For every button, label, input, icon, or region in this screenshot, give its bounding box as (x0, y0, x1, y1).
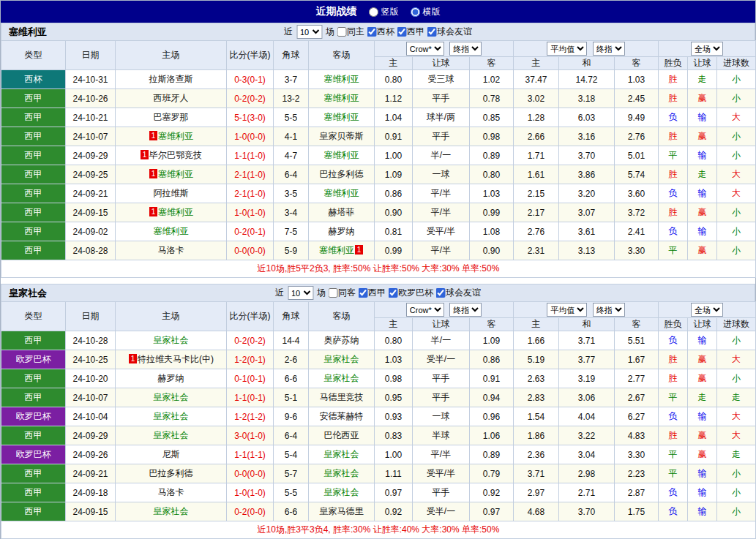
away-team-cell: 安德莱赫特 (309, 407, 375, 426)
avg-stage-select[interactable]: 终指 (593, 303, 625, 317)
team-link[interactable]: 巴拉多利德 (149, 468, 193, 478)
team-link[interactable]: 赫塔菲 (329, 207, 355, 217)
same-venue-option[interactable]: 同客 (328, 287, 356, 299)
team-link[interactable]: 拉斯洛查斯 (149, 74, 193, 84)
filter-controls: 近 10 场 同客 西甲 欧罗巴杯 球会友谊 (275, 286, 481, 300)
team-link[interactable]: 皇家社会 (324, 373, 359, 383)
league-filter-laliga[interactable]: 西甲 (358, 287, 386, 299)
team-link[interactable]: 皇家社会 (324, 468, 359, 478)
team-link[interactable]: 皇家社会 (324, 487, 359, 497)
team-link[interactable]: 塞维利亚 (324, 112, 359, 122)
copa-checkbox[interactable] (367, 27, 376, 37)
friendly-checkbox[interactable] (427, 27, 436, 37)
team-link[interactable]: 塞维利亚 (319, 245, 354, 255)
team-link[interactable]: 塞维利亚 (324, 188, 359, 198)
same-venue-label: 同主 (347, 26, 364, 38)
team-link[interactable]: 皇家马德里 (320, 506, 364, 516)
score-cell: 0-0(0-0) (227, 241, 274, 260)
odds-stage-select[interactable]: 终指 (449, 42, 482, 56)
league-filter-friendly[interactable]: 球会友谊 (435, 287, 481, 299)
scope-select[interactable]: 全场 (691, 303, 723, 317)
avg-odds-away: 2.77 (615, 369, 659, 388)
team-link[interactable]: 赫罗纳 (158, 373, 184, 383)
league-type-badge: 西甲 (1, 165, 66, 184)
average-select[interactable]: 平均值 (547, 303, 587, 317)
team-link[interactable]: 特拉维夫马卡比(中) (138, 354, 214, 364)
league-filter-copa[interactable]: 西杯 (367, 26, 394, 38)
same-venue-checkbox[interactable] (337, 27, 346, 37)
avg-stage-select[interactable]: 终指 (593, 42, 625, 56)
avg-odds-draw: 6.03 (559, 108, 615, 127)
team-link[interactable]: 巴拉多利德 (320, 169, 364, 179)
result-wdl: 平 (659, 464, 688, 483)
team-link[interactable]: 马洛卡 (158, 245, 184, 255)
result-wdl: 负 (659, 483, 688, 502)
horizontal-radio[interactable] (411, 7, 420, 17)
team-link[interactable]: 皇家社会 (324, 449, 359, 459)
avg-odds-draw: 3.20 (559, 184, 615, 203)
team-link[interactable]: 塞维利亚 (158, 207, 193, 217)
odds-away: 1.09 (470, 331, 514, 350)
avg-odds-away: 2.23 (615, 464, 659, 483)
team-link[interactable]: 毕尔巴鄂竞技 (149, 150, 202, 160)
vertical-radio[interactable] (369, 7, 378, 17)
recent-count-select[interactable]: 10 (296, 25, 322, 39)
team-link[interactable]: 皇家社会 (154, 506, 189, 516)
scope-select[interactable]: 全场 (691, 42, 723, 56)
team-link[interactable]: 塞维利亚 (154, 226, 189, 236)
team-link[interactable]: 皇家社会 (154, 392, 189, 402)
result-wdl: 负 (659, 331, 688, 350)
team-link[interactable]: 皇家社会 (154, 335, 189, 345)
team-link[interactable]: 奥萨苏纳 (324, 335, 359, 345)
odds-stage-select[interactable]: 终指 (449, 303, 482, 317)
europa-checkbox[interactable] (388, 288, 397, 298)
team-link[interactable]: 赫罗纳 (329, 226, 355, 236)
away-team-cell: 赫罗纳 (309, 222, 375, 241)
team-link[interactable]: 塞维利亚 (158, 131, 193, 141)
team-link[interactable]: 尼斯 (162, 449, 180, 459)
league-filter-laliga[interactable]: 西甲 (397, 26, 424, 38)
team-link[interactable]: 皇家社会 (324, 354, 359, 364)
laliga-checkbox[interactable] (358, 288, 367, 298)
team-link[interactable]: 马德里竞技 (320, 392, 364, 402)
team-title: 塞维利亚 (1, 26, 47, 39)
team-link[interactable]: 巴塞罗那 (154, 112, 189, 122)
team-link[interactable]: 塞维利亚 (324, 74, 359, 84)
team-link[interactable]: 塞维利亚 (324, 150, 359, 160)
team-link[interactable]: 安德莱赫特 (320, 411, 364, 421)
same-venue-checkbox[interactable] (328, 288, 337, 298)
team-link[interactable]: 皇家社会 (154, 411, 189, 421)
friendly-checkbox[interactable] (435, 288, 445, 298)
same-venue-option[interactable]: 同主 (337, 26, 364, 38)
odds-away: 0.96 (470, 407, 514, 426)
laliga-checkbox[interactable] (397, 27, 406, 37)
odds-home: 0.99 (375, 241, 413, 260)
team-link[interactable]: 西班牙人 (154, 93, 189, 103)
team-link[interactable]: 塞维利亚 (158, 169, 193, 179)
league-filter-europa[interactable]: 欧罗巴杯 (388, 287, 433, 299)
team-link[interactable]: 皇家贝蒂斯 (320, 131, 364, 141)
average-select[interactable]: 平均值 (547, 42, 587, 56)
odds-away: 1.08 (470, 222, 514, 241)
team-link[interactable]: 皇家社会 (154, 430, 189, 440)
avg-odds-draw: 3.13 (559, 241, 615, 260)
layout-horizontal-option[interactable]: 横版 (411, 6, 441, 18)
result-goals: 小 (717, 483, 756, 502)
team-link[interactable]: 巴伦西亚 (324, 430, 359, 440)
team-link[interactable]: 马洛卡 (158, 487, 184, 497)
match-row: 西甲24-09-291毕尔巴鄂竞技1-1(1-0)4-7塞维利亚1.00半/一0… (1, 146, 756, 165)
match-row: 西甲24-10-21巴塞罗那5-1(3-0)5-5塞维利亚1.04球半/两0.8… (1, 108, 756, 127)
avg-odds-draw: 2.98 (559, 464, 615, 483)
odds-home: 0.92 (375, 502, 413, 521)
avg-odds-home: 1.54 (514, 407, 559, 426)
col-away: 客场 (309, 41, 375, 70)
result-goals: 小 (717, 146, 756, 165)
team-link[interactable]: 阿拉维斯 (154, 188, 189, 198)
bookmaker-select[interactable]: Crow* (406, 42, 444, 56)
team-link[interactable]: 塞维利亚 (324, 93, 359, 103)
bookmaker-select[interactable]: Crow* (406, 303, 444, 317)
recent-count-select[interactable]: 10 (288, 286, 313, 300)
avg-odds-away: 5.74 (615, 165, 659, 184)
league-filter-friendly[interactable]: 球会友谊 (427, 26, 472, 38)
layout-vertical-option[interactable]: 竖版 (369, 6, 399, 18)
